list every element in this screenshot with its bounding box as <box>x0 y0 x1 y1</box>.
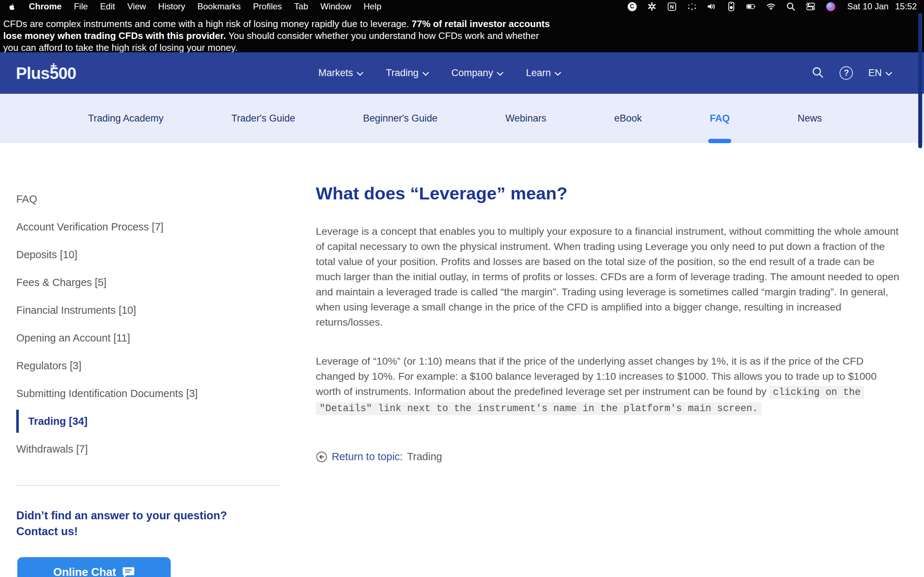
menubar-item-file[interactable]: File <box>74 2 88 11</box>
menubar-item-help[interactable]: Help <box>363 2 381 11</box>
navbar-right-tools: ? EN <box>811 52 892 94</box>
nav-markets[interactable]: Markets <box>318 68 363 79</box>
primary-menu: Markets Trading Company Learn <box>318 52 561 94</box>
control-center-icon[interactable] <box>806 2 815 11</box>
device-battery-icon[interactable] <box>727 2 736 11</box>
sidebar-item-fees-charges[interactable]: Fees & Charges [5] <box>16 277 283 288</box>
tab-trading-academy[interactable]: Trading Academy <box>88 94 163 143</box>
menubar-item-tab[interactable]: Tab <box>294 2 308 11</box>
volume-icon[interactable] <box>707 2 716 11</box>
online-chat-button[interactable]: Online Chat <box>17 557 171 577</box>
screen: Chrome File Edit View History Bookmarks … <box>0 0 924 577</box>
nav-company[interactable]: Company <box>452 68 504 79</box>
menubar-clock: Sat 10 Jan 15:52 <box>847 2 917 11</box>
return-to-topic-link[interactable]: Return to topic: <box>332 451 403 463</box>
tab-faq[interactable]: FAQ <box>709 94 730 143</box>
menubar-item-profiles[interactable]: Profiles <box>253 2 282 11</box>
keyboard-brightness-icon[interactable] <box>687 2 696 11</box>
menubar-item-view[interactable]: View <box>128 2 146 11</box>
search-icon[interactable] <box>811 66 824 81</box>
sidebar-item-withdrawals[interactable]: Withdrawals [7] <box>16 443 283 455</box>
online-chat-label: Online Chat <box>53 566 116 577</box>
menubar-date: Sat 10 Jan <box>847 2 888 11</box>
battery-charging-icon[interactable] <box>746 2 756 11</box>
menubar-item-chrome[interactable]: Chrome <box>29 2 62 11</box>
contact-prompt-line2: Contact us! <box>16 524 227 540</box>
spotlight-icon[interactable] <box>786 2 795 11</box>
chatgpt-icon[interactable] <box>647 2 657 11</box>
tab-ebook[interactable]: eBook <box>614 94 642 143</box>
logo-plus-mark: + <box>50 59 57 73</box>
sidebar-item-trading[interactable]: Trading [34] <box>16 416 283 427</box>
contact-prompt: Didn’t find an answer to your question? … <box>16 508 227 540</box>
sidebar-item-submitting-documents[interactable]: Submitting Identification Documents [3] <box>16 388 283 399</box>
menubar-item-window[interactable]: Window <box>320 2 351 11</box>
sidebar-item-regulators[interactable]: Regulators [3] <box>16 360 283 371</box>
scrollbar-thumb[interactable] <box>918 13 922 148</box>
sidebar-item-faq[interactable]: FAQ <box>16 193 283 205</box>
menubar-item-edit[interactable]: Edit <box>100 2 115 11</box>
chevron-down-icon <box>497 71 504 76</box>
wifi-icon[interactable] <box>766 2 775 11</box>
sidebar-item-opening-account[interactable]: Opening an Account [11] <box>16 332 283 343</box>
active-item-bar <box>16 410 19 433</box>
risk-warning-banner: CFDs are complex instruments and come wi… <box>3 18 550 54</box>
return-to-topic-row: Return to topic: Trading <box>316 451 901 463</box>
primary-navbar: Plus+500 Markets Trading Company Learn <box>0 52 924 94</box>
menubar-time: 15:52 <box>895 2 917 11</box>
language-selector[interactable]: EN <box>868 68 892 79</box>
page-title: What does “Leverage” mean? <box>316 183 901 203</box>
help-icon[interactable]: ? <box>840 66 853 80</box>
sidebar-item-account-verification[interactable]: Account Verification Process [7] <box>16 221 283 232</box>
tab-beginners-guide[interactable]: Beginner's Guide <box>363 94 438 143</box>
apple-menu[interactable] <box>7 2 16 11</box>
menubar-apps: Chrome File Edit View History Bookmarks … <box>7 2 381 11</box>
notion-icon[interactable]: N <box>667 2 677 11</box>
chevron-down-icon <box>554 71 561 76</box>
faq-article: What does “Leverage” mean? Leverage is a… <box>316 183 901 463</box>
return-topic-name: Trading <box>407 451 442 463</box>
secondary-navbar: Trading Academy Trader's Guide Beginner'… <box>0 94 924 143</box>
chevron-down-icon <box>422 71 429 76</box>
faq-topics-sidebar: FAQ Account Verification Process [7] Dep… <box>16 193 283 455</box>
contact-prompt-line1: Didn’t find an answer to your question? <box>16 508 227 524</box>
claude-icon[interactable]: C <box>627 2 637 11</box>
menubar-item-bookmarks[interactable]: Bookmarks <box>197 2 241 11</box>
menubar-status-area: C N <box>627 2 917 11</box>
back-arrow-icon[interactable] <box>316 451 327 463</box>
plus500-logo[interactable]: Plus+500 <box>16 63 76 83</box>
article-paragraph-2: Leverage of “10%” (or 1:10) means that i… <box>316 353 901 416</box>
active-tab-indicator <box>708 139 731 143</box>
sidebar-item-deposits[interactable]: Deposits [10] <box>16 249 283 260</box>
nav-trading[interactable]: Trading <box>386 68 429 79</box>
sidebar-divider <box>16 485 281 486</box>
macos-menubar: Chrome File Edit View History Bookmarks … <box>0 0 924 13</box>
sidebar-item-financial-instruments[interactable]: Financial Instruments [10] <box>16 305 283 316</box>
siri-icon[interactable] <box>826 2 835 11</box>
risk-warning-text: CFDs are complex instruments and come wi… <box>3 18 412 29</box>
top-dark-region: Chrome File Edit View History Bookmarks … <box>0 0 924 52</box>
menubar-item-history[interactable]: History <box>158 2 185 11</box>
apple-icon <box>8 2 16 11</box>
article-paragraph-1: Leverage is a concept that enables you t… <box>316 224 901 330</box>
chevron-down-icon <box>885 71 892 76</box>
chat-bubble-icon <box>122 567 135 577</box>
tab-webinars[interactable]: Webinars <box>505 94 546 143</box>
chevron-down-icon <box>357 71 363 76</box>
nav-learn[interactable]: Learn <box>526 68 561 79</box>
tab-news[interactable]: News <box>798 94 822 143</box>
tab-traders-guide[interactable]: Trader's Guide <box>231 94 295 143</box>
